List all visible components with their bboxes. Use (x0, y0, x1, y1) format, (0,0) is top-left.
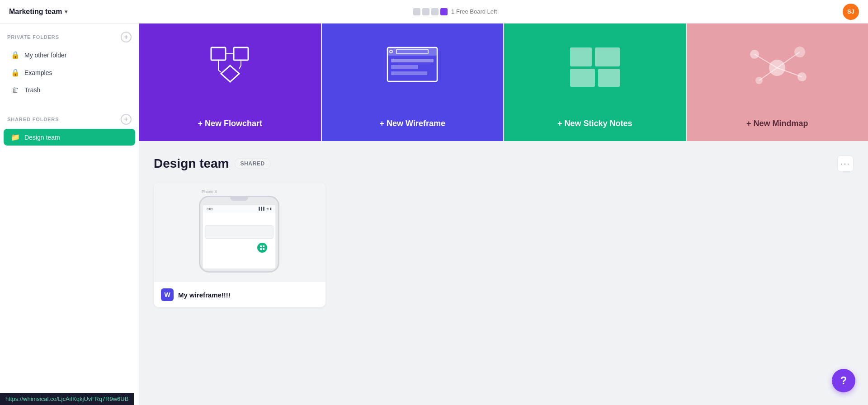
phone-time: 3:03 (207, 207, 213, 211)
topbar: Marketing team ▾ 1 Free Board Left SJ (0, 0, 868, 24)
plan-dots (413, 8, 448, 15)
add-shared-folder-button[interactable]: + (121, 114, 132, 125)
sidebar: PRIVATE FOLDERS + 🔒 My other folder 🔒 Ex… (0, 24, 139, 405)
chevron-down-icon: ▾ (65, 9, 67, 15)
svg-rect-18 (598, 69, 620, 87)
sticky-label: + New Sticky Notes (557, 119, 632, 128)
help-button[interactable]: ? (832, 369, 855, 392)
plan-dot-1 (413, 8, 420, 15)
sidebar-item-label: Examples (24, 69, 52, 76)
plan-text: 1 Free Board Left (451, 8, 497, 15)
flowchart-art (139, 24, 321, 112)
svg-rect-29 (263, 245, 264, 247)
shared-badge: SHARED (235, 158, 271, 169)
new-wireframe-card[interactable]: + New Wireframe (322, 24, 504, 141)
svg-line-25 (777, 52, 800, 68)
avatar[interactable]: SJ (843, 4, 859, 20)
sidebar-item-my-other-folder[interactable]: 🔒 My other folder (4, 47, 135, 63)
phone-status-bar: 3:03 ▌▌▌ ≋ ▮ (203, 205, 275, 212)
private-folders-label: PRIVATE FOLDERS (7, 34, 59, 40)
svg-rect-9 (387, 47, 437, 56)
new-mindmap-card[interactable]: + New Mindmap (687, 24, 868, 141)
svg-rect-31 (263, 248, 264, 250)
flowchart-label: + New Flowchart (198, 119, 262, 128)
svg-marker-2 (221, 66, 239, 82)
plan-info: 1 Free Board Left (413, 8, 497, 15)
content-header: Design team SHARED ··· (154, 155, 854, 172)
sidebar-item-trash[interactable]: 🗑 Trash (4, 82, 135, 98)
shared-folders-section: SHARED FOLDERS + (0, 106, 139, 128)
svg-rect-15 (570, 47, 592, 66)
phone-notch (230, 197, 248, 201)
mindmap-art (687, 24, 868, 112)
team-name: Marketing team (9, 8, 62, 16)
url-bar: https://whimsical.co/LjcAifKqkjUvFRq7R9w… (0, 393, 134, 405)
content-title-row: Design team SHARED (154, 156, 271, 171)
board-card-my-wireframe[interactable]: Phone X 3:03 ▌▌▌ ≋ ▮ (154, 183, 326, 307)
main-content: + New Flowchart (139, 24, 868, 405)
svg-rect-28 (260, 245, 262, 247)
folder-title: Design team (154, 156, 229, 171)
sidebar-item-label: Trash (24, 86, 40, 94)
board-name: My wireframe!!!! (178, 291, 231, 299)
board-footer: W My wireframe!!!! (154, 282, 326, 307)
plan-dot-3 (431, 8, 439, 15)
phone-content-box (205, 225, 274, 239)
team-selector[interactable]: Marketing team ▾ (9, 8, 67, 16)
phone-body: 3:03 ▌▌▌ ≋ ▮ (199, 196, 279, 273)
svg-rect-14 (391, 71, 427, 75)
svg-rect-30 (260, 248, 262, 250)
svg-rect-13 (391, 65, 418, 69)
lock-icon: 🔒 (11, 51, 20, 59)
phone-signal: ▌▌▌ ≋ ▮ (259, 207, 272, 211)
phone-mockup: Phone X 3:03 ▌▌▌ ≋ ▮ (194, 189, 285, 275)
svg-rect-16 (595, 47, 620, 66)
mindmap-label: + New Mindmap (746, 119, 808, 128)
shared-folders-label: SHARED FOLDERS (7, 117, 59, 122)
svg-line-5 (239, 66, 241, 69)
svg-rect-0 (211, 47, 226, 60)
phone-fab (257, 243, 267, 253)
more-options-button[interactable]: ··· (837, 155, 854, 172)
sidebar-item-label: Design team (24, 134, 60, 141)
board-thumbnail: Phone X 3:03 ▌▌▌ ≋ ▮ (154, 183, 326, 282)
sidebar-item-examples[interactable]: 🔒 Examples (4, 64, 135, 81)
board-type-icon: W (161, 288, 174, 301)
new-sticky-notes-card[interactable]: + New Sticky Notes (504, 24, 686, 141)
svg-rect-12 (391, 59, 434, 62)
new-flowchart-card[interactable]: + New Flowchart (139, 24, 321, 141)
plan-dot-2 (422, 8, 429, 15)
sidebar-item-design-team[interactable]: 📁 Design team (4, 129, 135, 146)
private-folders-section: PRIVATE FOLDERS + (0, 24, 139, 46)
wireframe-label: + New Wireframe (380, 119, 445, 128)
content-area: Design team SHARED ··· Phone X (139, 141, 868, 322)
svg-rect-1 (234, 47, 248, 60)
lock-icon-2: 🔒 (11, 68, 20, 77)
trash-icon: 🗑 (11, 86, 20, 94)
wireframe-art (322, 24, 504, 112)
svg-line-7 (218, 70, 221, 72)
templates-row: + New Flowchart (139, 24, 868, 141)
phone-screen: 3:03 ▌▌▌ ≋ ▮ (203, 205, 275, 268)
sticky-art (504, 24, 686, 112)
phone-label: Phone X (202, 189, 217, 194)
svg-rect-17 (570, 69, 595, 87)
plan-dot-4 (440, 8, 448, 15)
sidebar-item-label: My other folder (24, 52, 66, 59)
add-private-folder-button[interactable]: + (121, 32, 132, 42)
boards-grid: Phone X 3:03 ▌▌▌ ≋ ▮ (154, 183, 854, 307)
main-layout: PRIVATE FOLDERS + 🔒 My other folder 🔒 Ex… (0, 24, 868, 405)
folder-icon: 📁 (11, 133, 20, 141)
